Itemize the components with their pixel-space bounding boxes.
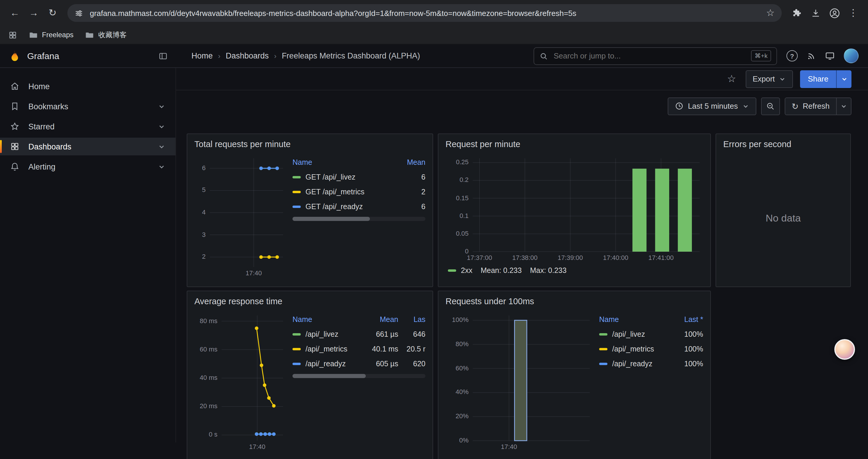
breadcrumb-home[interactable]: Home bbox=[191, 52, 213, 60]
legend-header-name[interactable]: Name bbox=[599, 315, 662, 323]
dashboard-actions-bar: ☆ Export Share bbox=[176, 68, 868, 90]
apps-grid-icon[interactable] bbox=[8, 30, 17, 39]
requests-under-100ms-plot[interactable]: 100%80%60%40%20%0%17:40 bbox=[445, 311, 594, 453]
legend-scrollbar[interactable] bbox=[292, 217, 426, 221]
share-button[interactable]: Share bbox=[800, 70, 836, 88]
nav-icon-group: ? bbox=[777, 48, 868, 63]
series-toggle[interactable]: GET /api/_livez bbox=[292, 173, 394, 181]
reload-icon[interactable]: ↻ bbox=[44, 4, 61, 22]
panel-title[interactable]: Average response time bbox=[187, 291, 433, 307]
legend-header-last[interactable]: Last * bbox=[666, 315, 703, 323]
sidebar-item-alerting[interactable]: Alerting bbox=[0, 158, 176, 175]
breadcrumb-dashboards[interactable]: Dashboards bbox=[226, 52, 269, 60]
site-settings-icon[interactable] bbox=[74, 8, 83, 18]
sidebar-item-bookmarks[interactable]: Bookmarks bbox=[0, 97, 176, 115]
legend-header-last[interactable]: Las bbox=[403, 315, 426, 323]
share-label: Share bbox=[808, 74, 829, 83]
legend-inline: 2xx Mean: 0.233 Max: 0.233 bbox=[445, 263, 703, 277]
panel-title[interactable]: Requests under 100ms bbox=[438, 291, 710, 307]
sidebar-item-home[interactable]: Home bbox=[0, 77, 176, 95]
dock-menu-icon[interactable] bbox=[158, 51, 168, 61]
url-bar[interactable]: ☆ bbox=[67, 4, 782, 22]
favorite-star-icon[interactable]: ☆ bbox=[725, 73, 739, 85]
kiosk-monitor-icon[interactable] bbox=[825, 51, 835, 61]
sidebar-item-label: Bookmarks bbox=[28, 102, 68, 111]
browser-menu-icon[interactable]: ⋮ bbox=[844, 4, 862, 22]
chevron-down-icon[interactable] bbox=[158, 143, 165, 150]
refresh-interval-chevron[interactable] bbox=[836, 97, 851, 115]
panel-total-requests: Total requests per minute 6543217:40 Nam… bbox=[187, 133, 433, 287]
panel-title[interactable]: Request per minute bbox=[438, 134, 710, 150]
grafana-logo[interactable] bbox=[8, 49, 21, 62]
folder-icon bbox=[29, 30, 38, 39]
series-mean: 661 µs bbox=[363, 330, 398, 338]
search-icon bbox=[539, 52, 548, 60]
bookmark-label: 收藏博客 bbox=[98, 30, 127, 40]
series-marker bbox=[599, 333, 608, 335]
series-toggle[interactable]: /api/_readyz bbox=[599, 359, 662, 368]
request-per-minute-plot[interactable]: 0.250.20.150.10.05017:37:0017:38:0017:39… bbox=[445, 154, 704, 263]
share-menu-chevron[interactable] bbox=[836, 70, 851, 88]
legend-header-mean[interactable]: Mean bbox=[363, 315, 398, 323]
series-marker bbox=[599, 348, 608, 350]
panel-title[interactable]: Total requests per minute bbox=[187, 134, 433, 150]
downloads-icon[interactable] bbox=[807, 4, 824, 22]
user-avatar[interactable] bbox=[844, 48, 859, 63]
sidebar-item-label: Dashboards bbox=[28, 142, 71, 151]
series-marker bbox=[292, 191, 301, 193]
bookmark-label: Freeleaps bbox=[42, 31, 73, 39]
bookmark-star-icon[interactable]: ☆ bbox=[766, 8, 775, 18]
bookmark-folder-blogs[interactable]: 收藏博客 bbox=[85, 30, 127, 40]
series-toggle[interactable]: GET /api/_metrics bbox=[292, 188, 394, 196]
panel-errors-per-second: Errors per second No data bbox=[716, 133, 851, 287]
refresh-button[interactable]: ↻ Refresh bbox=[784, 97, 836, 115]
legend-scrollbar[interactable] bbox=[292, 374, 426, 378]
series-toggle[interactable]: /api/_livez bbox=[599, 330, 662, 338]
series-toggle[interactable]: GET /api/_readyz bbox=[292, 202, 394, 210]
series-marker bbox=[292, 205, 301, 208]
series-toggle[interactable]: 2xx bbox=[448, 266, 472, 275]
series-name: /api/_metrics bbox=[612, 345, 654, 353]
time-range-picker[interactable]: Last 5 minutes bbox=[668, 97, 756, 115]
legend-row: GET /api/_readyz 6 bbox=[292, 199, 426, 214]
chevron-down-icon[interactable] bbox=[158, 123, 165, 130]
scrollbar-thumb[interactable] bbox=[292, 374, 366, 378]
sidebar-item-starred[interactable]: Starred bbox=[0, 118, 176, 135]
avg-response-time-plot[interactable]: 80 ms60 ms40 ms20 ms0 s17:40 bbox=[194, 311, 288, 453]
chevron-down-icon[interactable] bbox=[158, 102, 165, 110]
chevron-down-icon[interactable] bbox=[158, 163, 165, 170]
legend-row: /api/_livez 661 µs 646 bbox=[292, 327, 426, 341]
series-toggle[interactable]: /api/_readyz bbox=[292, 359, 358, 368]
panel-row-1: Total requests per minute 6543217:40 Nam… bbox=[187, 133, 851, 287]
legend-header-mean[interactable]: Mean bbox=[398, 158, 426, 166]
series-mean: 6 bbox=[398, 202, 426, 210]
scrollbar-thumb[interactable] bbox=[292, 217, 370, 221]
series-name: GET /api/_livez bbox=[306, 173, 355, 181]
series-toggle[interactable]: /api/_metrics bbox=[292, 345, 358, 353]
zoom-out-button[interactable] bbox=[761, 97, 780, 115]
bookmark-folder-freeleaps[interactable]: Freeleaps bbox=[29, 30, 73, 39]
forward-icon[interactable]: → bbox=[25, 4, 42, 22]
assistant-avatar[interactable] bbox=[834, 339, 855, 360]
rss-icon[interactable] bbox=[807, 51, 816, 61]
bookmark-icon bbox=[10, 102, 20, 111]
sidebar-item-dashboards[interactable]: Dashboards bbox=[0, 138, 176, 155]
series-toggle[interactable]: /api/_metrics bbox=[599, 345, 662, 353]
url-input[interactable] bbox=[89, 8, 761, 18]
total-requests-plot[interactable]: 6543217:40 bbox=[194, 154, 288, 279]
search-box[interactable]: ⌘+k bbox=[533, 47, 777, 65]
series-toggle[interactable]: /api/_livez bbox=[292, 330, 358, 338]
legend-header-name[interactable]: Name bbox=[292, 315, 358, 323]
help-icon[interactable]: ? bbox=[786, 50, 798, 61]
legend-header-name[interactable]: Name bbox=[292, 158, 394, 166]
back-icon[interactable]: ← bbox=[6, 4, 24, 22]
browser-profile-icon[interactable] bbox=[826, 4, 843, 22]
series-mean: 2 bbox=[398, 188, 426, 196]
bell-icon bbox=[10, 162, 20, 171]
chevron-down-icon bbox=[742, 102, 749, 109]
export-button[interactable]: Export bbox=[745, 70, 793, 88]
extensions-icon[interactable] bbox=[788, 4, 805, 22]
panel-title[interactable]: Errors per second bbox=[716, 134, 850, 150]
breadcrumb-current: Freeleaps Metrics Dashboard (ALPHA) bbox=[282, 52, 420, 60]
search-input[interactable] bbox=[553, 51, 746, 61]
